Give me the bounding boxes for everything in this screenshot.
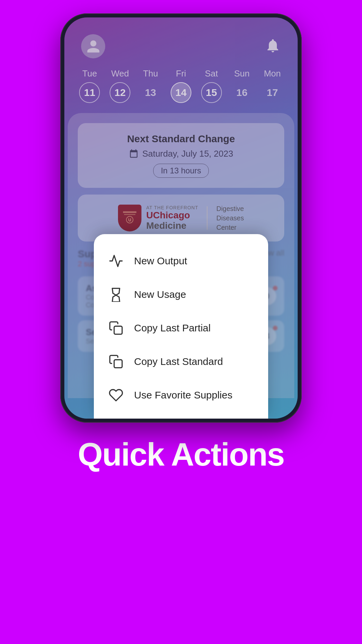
- svg-rect-4: [114, 326, 122, 334]
- phone-screen: Tue 11 Wed 12 Thu 13 Fri 14 Sat 15 Sun 1…: [64, 17, 298, 419]
- activity-icon: [107, 252, 125, 270]
- new-usage-label: New Usage: [134, 289, 186, 300]
- new-output-label: New Output: [134, 255, 187, 267]
- menu-item-copy-last-standard[interactable]: Copy Last Standard: [94, 345, 268, 378]
- svg-rect-5: [114, 360, 122, 368]
- menu-item-use-favorite-supplies[interactable]: Use Favorite Supplies: [94, 378, 268, 412]
- phone-frame: Tue 11 Wed 12 Thu 13 Fri 14 Sat 15 Sun 1…: [60, 13, 302, 423]
- copy-standard-icon: [107, 353, 125, 370]
- context-menu: New Output New Usage: [94, 234, 268, 419]
- menu-item-new-usage[interactable]: New Usage: [94, 278, 268, 311]
- copy-last-standard-label: Copy Last Standard: [134, 356, 223, 367]
- copy-partial-icon: [107, 319, 125, 337]
- hourglass-icon: [107, 286, 125, 303]
- menu-item-copy-last-partial[interactable]: Copy Last Partial: [94, 311, 268, 345]
- heart-icon: [107, 386, 125, 404]
- copy-last-partial-label: Copy Last Partial: [134, 322, 210, 334]
- menu-item-new-output[interactable]: New Output: [94, 244, 268, 278]
- use-favorite-supplies-label: Use Favorite Supplies: [134, 389, 232, 401]
- page-title: Quick Actions: [78, 436, 284, 473]
